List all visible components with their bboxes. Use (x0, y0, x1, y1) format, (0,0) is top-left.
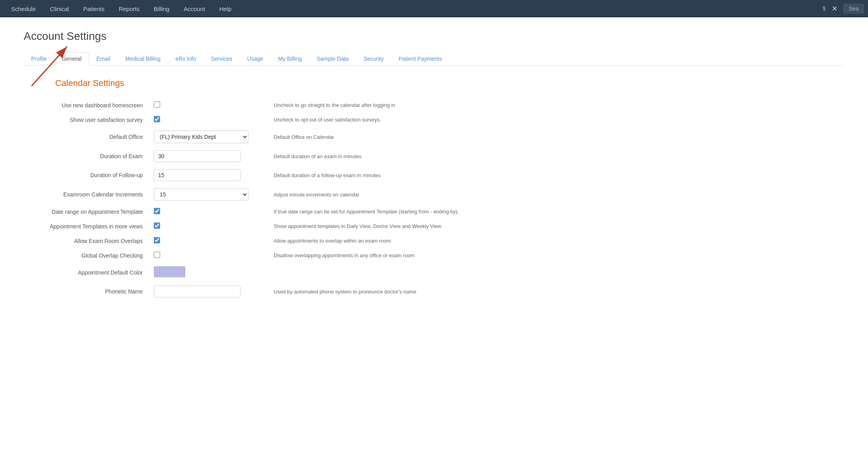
setting-checkbox[interactable] (154, 101, 160, 108)
nav-schedule[interactable]: Schedule (4, 0, 43, 17)
setting-select[interactable]: 15 (154, 188, 248, 201)
tab-security[interactable]: Security (356, 52, 391, 65)
setting-label: Duration of Follow-up (24, 166, 150, 185)
setting-text-input[interactable] (154, 169, 241, 181)
setting-checkbox[interactable] (154, 208, 160, 214)
setting-control[interactable]: 15 (150, 185, 268, 204)
nav-help[interactable]: Help (212, 0, 239, 17)
setting-description: Allow appointments to overlap within an … (268, 234, 844, 248)
top-nav: Schedule Clinical Patients Reports Billi… (0, 0, 868, 17)
setting-row: Show user satisfaction surveyUncheck to … (24, 112, 844, 127)
section-title: Calendar Settings (55, 78, 844, 88)
setting-control[interactable] (150, 166, 268, 185)
tab-usage[interactable]: Usage (240, 52, 271, 65)
setting-text-input[interactable] (154, 286, 241, 297)
setting-description: Disallow overlapping appointments in any… (268, 248, 844, 263)
arrow-indicator (20, 39, 83, 90)
setting-description: Show appointment templates in Daily View… (268, 219, 844, 234)
nav-reports[interactable]: Reports (112, 0, 147, 17)
color-swatch[interactable] (154, 266, 185, 277)
tabs-container: ProfileGeneralEmailMedical BillingeRx In… (24, 52, 844, 65)
setting-label: Appointment Templates in more views (24, 219, 150, 234)
setting-label: Duration of Exam (24, 147, 150, 166)
setting-description: Default duration of a follow-up exam in … (268, 166, 844, 185)
setting-control[interactable] (150, 263, 268, 282)
setting-row: Use new dashboard homescreenUncheck to g… (24, 98, 844, 112)
setting-control[interactable] (150, 98, 268, 112)
setting-description: Uncheck to go straight to the calendar a… (268, 98, 844, 112)
nav-billing[interactable]: Billing (147, 0, 177, 17)
svg-line-1 (32, 47, 67, 86)
setting-control[interactable] (150, 112, 268, 127)
setting-description: Uncheck to opt out of user satisfaction … (268, 112, 844, 127)
settings-table: Use new dashboard homescreenUncheck to g… (24, 98, 844, 301)
setting-label: Global Overlap Checking (24, 248, 150, 263)
setting-checkbox[interactable] (154, 252, 160, 258)
setting-row: Default Office(FL) Primary Kids DeptDefa… (24, 127, 844, 147)
search-button[interactable]: Sea (843, 4, 864, 14)
page-title: Account Settings (24, 30, 844, 43)
setting-row: Phonetic NameUsed by automated phone sys… (24, 282, 844, 301)
tab-services[interactable]: Services (203, 52, 240, 65)
setting-label: Default Office (24, 127, 150, 147)
setting-label: Examroom Calendar Increments (24, 185, 150, 204)
setting-description: Default Office on Calendar (268, 127, 844, 147)
setting-control[interactable] (150, 147, 268, 166)
setting-description (268, 263, 844, 282)
caduceus-icon: ⚕ (822, 4, 826, 13)
setting-row: Duration of Follow-upDefault duration of… (24, 166, 844, 185)
tab-medical-billing[interactable]: Medical Billing (118, 52, 168, 65)
nav-account[interactable]: Account (177, 0, 212, 17)
close-icon[interactable]: ✕ (832, 4, 838, 13)
setting-label: Show user satisfaction survey (24, 112, 150, 127)
nav-clinical[interactable]: Clinical (43, 0, 76, 17)
setting-row: Appointment Templates in more viewsShow … (24, 219, 844, 234)
setting-row: Allow Exam Room OverlapsAllow appointmen… (24, 234, 844, 248)
setting-label: Allow Exam Room Overlaps (24, 234, 150, 248)
page-content: Account Settings ProfileGeneralEmailMedi… (0, 17, 868, 314)
setting-label: Date range on Appointment Template (24, 204, 150, 219)
nav-patients[interactable]: Patients (76, 0, 112, 17)
tab-erx-info[interactable]: eRx Info (168, 52, 203, 65)
setting-row: Global Overlap CheckingDisallow overlapp… (24, 248, 844, 263)
setting-row: Date range on Appointment TemplateIf tru… (24, 204, 844, 219)
setting-text-input[interactable] (154, 150, 241, 162)
setting-control[interactable]: (FL) Primary Kids Dept (150, 127, 268, 147)
setting-checkbox[interactable] (154, 237, 160, 243)
tab-sample-data[interactable]: Sample Data (309, 52, 356, 65)
setting-description: Default duration of an exam in minutes (268, 147, 844, 166)
setting-control[interactable] (150, 204, 268, 219)
tab-my-billing[interactable]: My Billing (271, 52, 309, 65)
setting-description: If true date range can be set for Appoin… (268, 204, 844, 219)
setting-checkbox[interactable] (154, 222, 160, 229)
setting-description: Used by automated phone system to pronou… (268, 282, 844, 301)
setting-label: Use new dashboard homescreen (24, 98, 150, 112)
setting-label: Appointment Default Color (24, 263, 150, 282)
setting-checkbox[interactable] (154, 116, 160, 122)
setting-row: Examroom Calendar Increments15Adjust min… (24, 185, 844, 204)
setting-control[interactable] (150, 234, 268, 248)
setting-control[interactable] (150, 219, 268, 234)
tab-email[interactable]: Email (89, 52, 118, 65)
setting-control[interactable] (150, 282, 268, 301)
setting-label: Phonetic Name (24, 282, 150, 301)
nav-icons: ⚕ ✕ Sea (822, 4, 864, 14)
setting-row: Duration of ExamDefault duration of an e… (24, 147, 844, 166)
setting-description: Adjust minute increments on calendar (268, 185, 844, 204)
setting-row: Appointment Default Color (24, 263, 844, 282)
setting-control[interactable] (150, 248, 268, 263)
tab-patient-payments[interactable]: Patient Payments (391, 52, 450, 65)
setting-select[interactable]: (FL) Primary Kids Dept (154, 131, 248, 143)
